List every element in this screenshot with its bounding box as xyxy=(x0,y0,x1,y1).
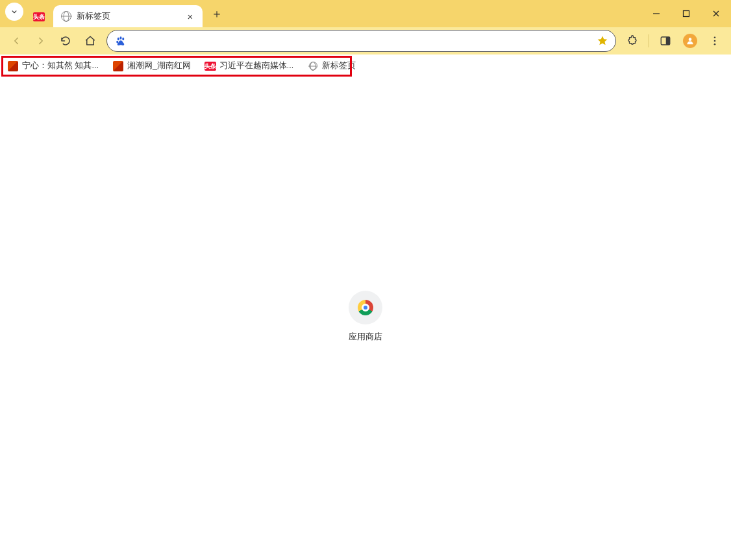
chevron-down-icon xyxy=(10,7,19,16)
minimize-button[interactable] xyxy=(641,0,671,27)
maximize-button[interactable] xyxy=(671,0,701,27)
bookmark-item[interactable]: 湘潮网_湖南红网 xyxy=(110,58,193,74)
minimize-icon xyxy=(652,10,660,18)
profile-button[interactable] xyxy=(679,30,701,52)
pinned-tab[interactable]: 头条 xyxy=(27,6,51,27)
bookmark-label: 湘潮网_湖南红网 xyxy=(127,60,191,71)
bookmarks-bar: 宁心：知其然 知其... 湘潮网_湖南红网 头条 习近平在越南媒体... 新标签… xyxy=(0,56,364,76)
arrow-left-icon xyxy=(10,35,22,47)
reload-button[interactable] xyxy=(55,30,77,52)
rednet-favicon-icon xyxy=(8,61,18,71)
svg-point-2 xyxy=(120,36,122,40)
svg-rect-0 xyxy=(684,11,689,17)
svg-point-9 xyxy=(714,43,716,45)
bookmark-item[interactable]: 宁心：知其然 知其... xyxy=(5,58,101,74)
active-tab[interactable]: 新标签页 × xyxy=(53,5,203,27)
bookmark-item[interactable]: 头条 习近平在越南媒体... xyxy=(203,58,296,74)
globe-favicon-icon xyxy=(308,61,318,71)
baidu-paw-icon xyxy=(115,35,127,47)
extensions-button[interactable] xyxy=(621,30,643,52)
toolbar xyxy=(0,27,731,55)
bookmark-label: 习近平在越南媒体... xyxy=(219,60,293,71)
address-bar[interactable] xyxy=(106,30,616,52)
new-tab-button[interactable]: ＋ xyxy=(208,5,226,23)
tab-strip: 头条 新标签页 × ＋ xyxy=(0,0,731,27)
tab-close-button[interactable]: × xyxy=(184,10,196,22)
bookmark-item[interactable]: 新标签页 xyxy=(305,58,358,74)
bookmarks-bar-wrap: 宁心：知其然 知其... 湘潮网_湖南红网 头条 习近平在越南媒体... 新标签… xyxy=(0,55,731,78)
toutiao-favicon-icon: 头条 xyxy=(205,61,216,71)
toutiao-icon: 头条 xyxy=(33,12,45,21)
forward-button[interactable] xyxy=(30,30,52,52)
tab-title: 新标签页 xyxy=(77,11,179,22)
home-button[interactable] xyxy=(79,30,101,52)
reload-icon xyxy=(60,35,71,47)
maximize-icon xyxy=(682,10,690,18)
kebab-icon xyxy=(709,35,721,47)
chrome-logo-icon xyxy=(358,300,373,315)
svg-point-7 xyxy=(714,36,716,38)
close-icon xyxy=(712,10,720,18)
toolbar-divider xyxy=(649,34,649,47)
bookmark-label: 新标签页 xyxy=(322,60,356,71)
search-tabs-button[interactable] xyxy=(5,3,23,21)
svg-rect-6 xyxy=(666,37,670,45)
bookmark-label: 宁心：知其然 知其... xyxy=(22,60,99,71)
back-button[interactable] xyxy=(5,30,27,52)
chrome-menu-button[interactable] xyxy=(704,30,726,52)
bookmark-star-button[interactable] xyxy=(593,32,612,50)
sidepanel-icon xyxy=(660,35,671,47)
address-input[interactable] xyxy=(132,36,588,46)
svg-point-8 xyxy=(714,40,716,42)
globe-icon xyxy=(61,11,71,21)
puzzle-icon xyxy=(626,35,638,47)
new-tab-page: 应用商店 xyxy=(0,78,731,560)
svg-point-4 xyxy=(116,41,118,43)
rednet-favicon-icon xyxy=(113,61,123,71)
sidepanel-button[interactable] xyxy=(654,30,676,52)
shortcut-tile xyxy=(349,291,382,324)
window-controls xyxy=(641,0,731,27)
star-icon xyxy=(597,35,608,47)
ntp-shortcut[interactable]: 应用商店 xyxy=(349,291,382,343)
shortcut-label: 应用商店 xyxy=(349,331,382,343)
avatar-icon xyxy=(682,32,699,49)
arrow-right-icon xyxy=(35,35,47,47)
svg-point-3 xyxy=(122,38,124,41)
close-window-button[interactable] xyxy=(701,0,731,27)
svg-point-1 xyxy=(118,38,119,41)
home-icon xyxy=(84,35,96,47)
